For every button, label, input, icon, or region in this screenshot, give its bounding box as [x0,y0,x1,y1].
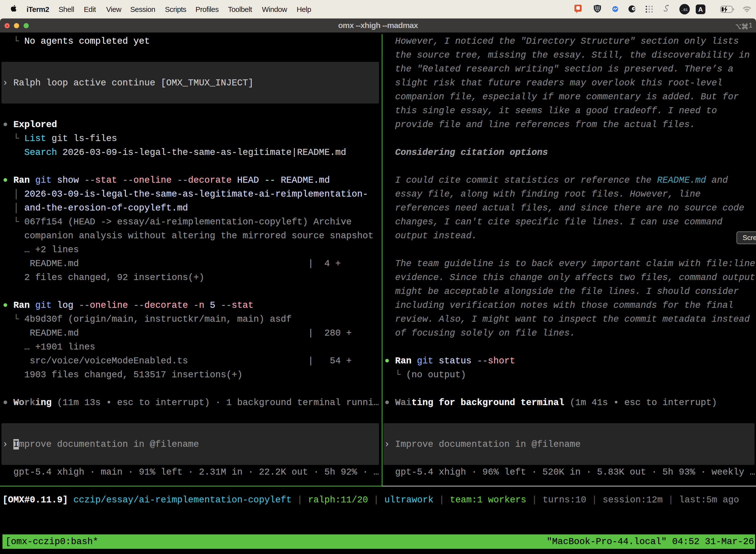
svg-text:A: A [698,6,703,13]
svg-text:..61: ..61 [681,7,688,12]
